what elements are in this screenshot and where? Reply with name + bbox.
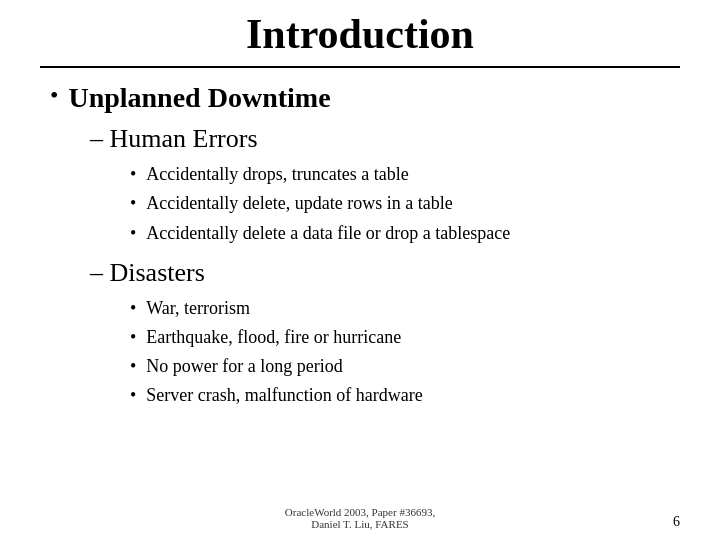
- footer: OracleWorld 2003, Paper #36693, Daniel T…: [0, 500, 720, 530]
- bullet-text: Accidentally delete a data file or drop …: [146, 221, 510, 246]
- title-area: Introduction: [40, 10, 680, 68]
- section-bullets-1: • Accidentally drops, truncates a table …: [130, 162, 670, 246]
- footer-text: OracleWorld 2003, Paper #36693, Daniel T…: [285, 506, 435, 530]
- footer-line1: OracleWorld 2003, Paper #36693,: [285, 506, 435, 518]
- main-bullet-dot: •: [50, 80, 58, 111]
- bullet-dot: •: [130, 354, 136, 379]
- bullet-dot: •: [130, 191, 136, 216]
- list-item: • Accidentally drops, truncates a table: [130, 162, 670, 187]
- bullet-dot: •: [130, 221, 136, 246]
- slide: Introduction • Unplanned Downtime – Huma…: [0, 0, 720, 540]
- bullet-dot: •: [130, 162, 136, 187]
- page-number: 6: [673, 514, 680, 530]
- bullet-text: No power for a long period: [146, 354, 342, 379]
- footer-line2: Daniel T. Liu, FARES: [311, 518, 408, 530]
- section-heading-2: – Disasters: [90, 256, 670, 290]
- bullet-text: Accidentally drops, truncates a table: [146, 162, 408, 187]
- bullet-text: Earthquake, flood, fire or hurricane: [146, 325, 401, 350]
- slide-title: Introduction: [40, 10, 680, 58]
- list-item: • No power for a long period: [130, 354, 670, 379]
- bullet-text: Accidentally delete, update rows in a ta…: [146, 191, 452, 216]
- list-item: • Server crash, malfunction of hardware: [130, 383, 670, 408]
- bullet-text: War, terrorism: [146, 296, 250, 321]
- list-item: • Accidentally delete, update rows in a …: [130, 191, 670, 216]
- list-item: • Accidentally delete a data file or dro…: [130, 221, 670, 246]
- main-bullet: • Unplanned Downtime: [50, 80, 670, 116]
- section-bullets-2: • War, terrorism • Earthquake, flood, fi…: [130, 296, 670, 409]
- main-bullet-text: Unplanned Downtime: [68, 80, 330, 116]
- bullet-dot: •: [130, 383, 136, 408]
- list-item: • War, terrorism: [130, 296, 670, 321]
- bullet-dot: •: [130, 296, 136, 321]
- bullet-text: Server crash, malfunction of hardware: [146, 383, 422, 408]
- list-item: • Earthquake, flood, fire or hurricane: [130, 325, 670, 350]
- section-heading-1: – Human Errors: [90, 122, 670, 156]
- content-area: • Unplanned Downtime – Human Errors • Ac…: [40, 80, 680, 520]
- bullet-dot: •: [130, 325, 136, 350]
